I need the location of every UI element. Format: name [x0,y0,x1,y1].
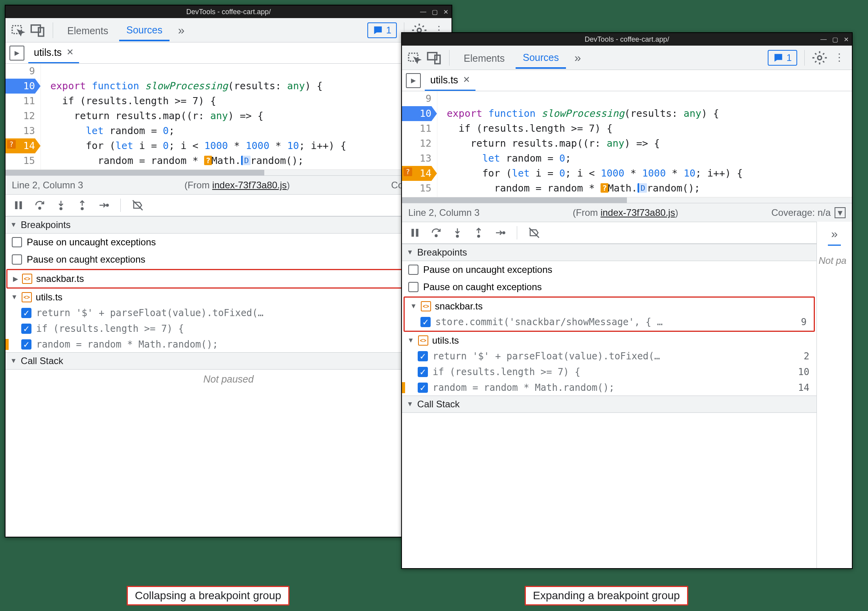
conditional-bp-marker [6,339,9,350]
section-breakpoints[interactable]: Breakpoints [402,244,816,261]
bp-item[interactable]: ✓ if (results.length >= 7) { 10 [6,321,452,337]
device-toggle-icon[interactable] [30,22,46,38]
svg-point-16 [435,235,437,237]
tab-sources[interactable]: Sources [516,46,566,69]
svg-point-18 [478,235,480,237]
file-tabs: ▶ utils.ts ✕ [6,42,452,64]
navigator-toggle-icon[interactable]: ▶ [9,46,24,61]
section-breakpoints[interactable]: Breakpoints [6,216,452,234]
horizontal-scrollbar[interactable] [402,197,852,203]
file-tab-label: utils.ts [430,74,458,86]
source-link[interactable]: index-73f73a80.js [212,180,287,190]
step-over-icon[interactable] [430,227,442,239]
bp-checkbox[interactable]: ✓ [21,339,31,350]
checkbox-uncaught[interactable] [12,237,22,247]
inspect-icon[interactable] [10,22,26,38]
section-callstack[interactable]: Call Stack [402,396,816,413]
close-tab-icon[interactable]: ✕ [463,75,470,85]
file-tab-utils[interactable]: utils.ts ✕ [28,43,79,63]
issues-chip[interactable]: 1 [367,22,397,38]
bp-checkbox[interactable]: ✓ [418,383,428,393]
cursor-position: Line 2, Column 3 [408,207,479,218]
source-link[interactable]: index-73f73a80.js [601,207,675,218]
checkbox-caught[interactable] [12,254,22,265]
debugger-toolbar [6,194,452,216]
bp-item[interactable]: ✓ return '$' + parseFloat(value).toFixed… [6,305,452,321]
step-icon[interactable] [494,227,506,239]
maximize-button[interactable]: ▢ [832,36,838,43]
bp-checkbox[interactable]: ✓ [418,351,428,361]
close-tab-icon[interactable]: ✕ [66,47,74,57]
inspect-icon[interactable] [407,50,422,66]
navigator-toggle-icon[interactable]: ▶ [406,73,421,88]
bp-file-utils[interactable]: <> utils.ts [6,289,452,305]
device-toggle-icon[interactable] [426,50,442,66]
tab-elements[interactable]: Elements [60,20,115,40]
close-button[interactable]: ✕ [844,36,849,43]
ts-file-icon: <> [418,335,428,346]
chevron-down-icon [407,337,414,344]
bp-file-snackbar[interactable]: <> snackbar.ts [7,271,449,287]
bp-item[interactable]: ✓ store.commit('snackbar/showMessage', {… [405,314,814,330]
step-over-icon[interactable] [34,199,46,211]
tab-elements[interactable]: Elements [457,47,512,68]
code-editor[interactable]: 9 10 11 12 13 ?14 15 16 17 export functi… [6,64,452,170]
checkbox-uncaught[interactable] [408,265,418,275]
step-into-icon[interactable] [55,199,67,211]
bp-checkbox[interactable]: ✓ [21,324,31,334]
titlebar: DevTools - coffee-cart.app/ — ▢ ✕ [6,6,452,18]
bp-item[interactable]: ✓ random = random * Math.random(); 14 [6,337,452,352]
more-tabs-icon[interactable]: » [173,22,189,38]
pause-caught-row[interactable]: Pause on caught exceptions [402,278,816,296]
minimize-button[interactable]: — [420,8,426,15]
source-from: (From index-73f73a80.js) [573,207,678,218]
code-content[interactable]: export function slowProcessing(results: … [437,91,852,197]
bp-checkbox[interactable]: ✓ [420,317,431,327]
svg-point-7 [60,208,62,210]
bp-file-snackbar[interactable]: <> snackbar.ts [405,298,814,314]
settings-icon[interactable] [812,50,827,66]
window-title: DevTools - coffee-cart.app/ [585,35,669,44]
expand-icon[interactable]: ▾ [835,207,846,218]
step-into-icon[interactable] [452,227,463,239]
bp-checkbox[interactable]: ✓ [418,367,428,377]
step-out-icon[interactable] [76,199,88,211]
more-tabs-icon[interactable]: » [570,50,586,66]
kebab-menu-icon[interactable]: ⋮ [831,50,847,66]
deactivate-breakpoints-icon[interactable] [528,227,540,239]
more-panes-icon[interactable]: » [828,226,841,246]
svg-point-6 [39,207,41,209]
pause-caught-row[interactable]: Pause on caught exceptions [6,251,452,268]
bp-item[interactable]: ✓ random = random * Math.random(); 14 [402,380,816,396]
bp-item[interactable]: ✓ return '$' + parseFloat(value).toFixed… [402,348,816,364]
caption-right: Expanding a breakpoint group [525,586,688,605]
conditional-bp-marker [402,382,405,393]
tab-sources[interactable]: Sources [119,19,170,41]
bp-checkbox[interactable]: ✓ [21,308,31,318]
status-bar: Line 2, Column 3 (From index-73f73a80.js… [402,203,852,222]
pause-uncaught-row[interactable]: Pause on uncaught exceptions [6,234,452,251]
pause-icon[interactable] [13,199,24,211]
pause-uncaught-row[interactable]: Pause on uncaught exceptions [402,261,816,278]
chevron-down-icon [10,221,17,229]
section-callstack[interactable]: Call Stack [6,352,452,370]
code-content[interactable]: export function slowProcessing(results: … [41,64,452,169]
issues-chip[interactable]: 1 [768,50,797,66]
code-editor[interactable]: 9 10 11 12 13 ?14 15 16 17 export functi… [402,91,852,197]
maximize-button[interactable]: ▢ [432,8,438,16]
pause-icon[interactable] [409,227,421,239]
close-button[interactable]: ✕ [443,8,448,16]
bp-item[interactable]: ✓ if (results.length >= 7) { 10 [402,364,816,380]
horizontal-scrollbar[interactable] [6,170,452,175]
svg-point-13 [818,56,822,60]
file-tab-utils[interactable]: utils.ts ✕ [425,70,475,91]
gutter[interactable]: 9 10 11 12 13 ?14 15 16 17 [402,91,437,197]
gutter[interactable]: 9 10 11 12 13 ?14 15 16 17 [6,64,41,169]
minimize-button[interactable]: — [820,36,827,43]
checkbox-caught[interactable] [408,282,418,292]
step-out-icon[interactable] [473,227,485,239]
bp-file-utils[interactable]: <> utils.ts [402,333,816,348]
step-icon[interactable] [98,199,109,211]
deactivate-breakpoints-icon[interactable] [132,199,144,211]
svg-rect-5 [20,201,22,209]
